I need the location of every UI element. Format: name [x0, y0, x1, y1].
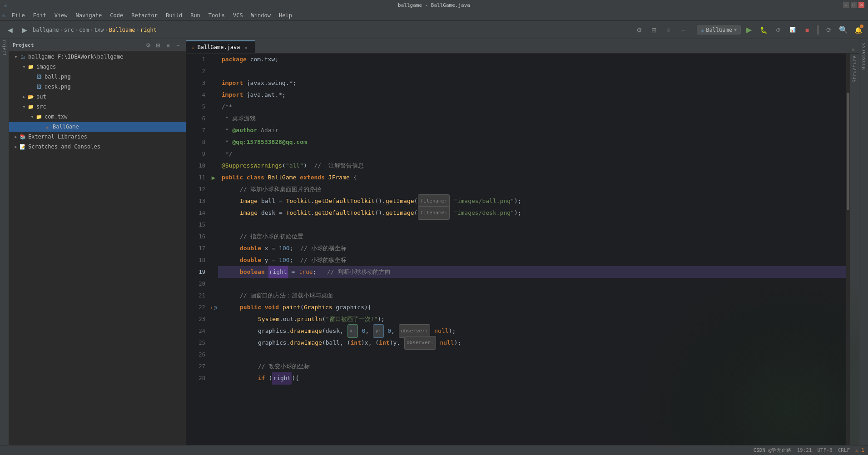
code-line-18[interactable]: double y = 100; // 小球的纵坐标 [218, 254, 846, 266]
breadcrumb-txw[interactable]: txw [94, 27, 104, 33]
tree-item-src[interactable]: ▼ 📁 src [9, 102, 186, 112]
settings-button[interactable]: ⚙ [633, 24, 646, 36]
tree-item-scratches[interactable]: ▶ 📝 Scratches and Consoles [9, 142, 186, 152]
ln-21: 21 [190, 290, 205, 302]
line-col-indicator[interactable]: 19:21 [797, 447, 812, 453]
code-line-3[interactable]: import javax.swing.*; [218, 77, 846, 89]
close-button[interactable]: ✕ [858, 2, 864, 8]
forward-button[interactable]: ▶ [18, 24, 31, 36]
tree-expand-images[interactable]: ▼ [21, 64, 27, 70]
code-line-7[interactable]: * @author Adair [218, 124, 846, 136]
panel-filter-btn[interactable]: ⊞ [154, 41, 162, 49]
code-line-26[interactable] [218, 349, 846, 361]
project-tool-icon[interactable]: Project [1, 43, 8, 50]
code-line-10[interactable]: @SuppressWarnings("all") // 注解警告信息 [218, 160, 846, 172]
menu-tools[interactable]: Tools [205, 11, 228, 20]
menu-build[interactable]: Build [162, 11, 186, 20]
tab-close-button[interactable]: ✕ [243, 44, 249, 50]
layout-button[interactable]: ⊞ [648, 24, 660, 36]
run-button[interactable]: ▶ [743, 24, 755, 36]
menu-file[interactable]: File [8, 11, 29, 20]
code-line-5[interactable]: /** [218, 101, 846, 113]
code-line-15[interactable] [218, 219, 846, 231]
menu-code[interactable]: Code [106, 11, 127, 20]
code-line-24[interactable]: graphics.drawImage(desk, x: 0, y: 0, obs… [218, 325, 846, 337]
code-line-19[interactable]: boolean right = true; // 判断小球移动的方向 [218, 266, 846, 278]
code-editor[interactable]: 1 2 3 4 5 6 7 8 9 10 11 12 13 14 15 16 1… [186, 54, 859, 445]
menu-navigate[interactable]: Navigate [72, 11, 106, 20]
minimize-button[interactable]: − [843, 2, 849, 8]
scrollbar-right[interactable] [846, 54, 850, 445]
code-line-9[interactable]: */ [218, 148, 846, 160]
code-line-13[interactable]: Image ball = Toolkit.getDefaultToolkit()… [218, 195, 846, 207]
code-line-25[interactable]: graphics.drawImage(ball, (int)x, (int)y,… [218, 337, 846, 349]
tree-expand-root[interactable]: ▼ [13, 54, 19, 60]
panel-collapse-btn[interactable]: − [174, 41, 182, 49]
tree-expand-scratches[interactable]: ▶ [13, 143, 19, 150]
options-button[interactable]: ≡ [662, 24, 675, 36]
ln-22: 22 [190, 302, 205, 313]
update-button[interactable]: ⟳ [823, 24, 835, 36]
tree-item-ballgame-java[interactable]: ▶ ☕ BallGame [9, 122, 186, 132]
tree-item-ball-png[interactable]: ▶ 🖼 ball.png [9, 72, 186, 82]
menu-refactor[interactable]: Refactor [128, 11, 161, 20]
code-line-14[interactable]: Image desk = Toolkit.getDefaultToolkit()… [218, 207, 846, 219]
line-separator-indicator[interactable]: CRLF [838, 447, 850, 453]
tree-expand-com[interactable]: ▼ [29, 114, 35, 120]
profile-button[interactable]: ⏱ [772, 24, 784, 36]
breadcrumb-class[interactable]: BallGame [109, 27, 135, 33]
breadcrumb-com[interactable]: com [79, 27, 89, 33]
menu-edit[interactable]: Edit [30, 11, 50, 20]
menu-run[interactable]: Run [187, 11, 204, 20]
tree-item-root[interactable]: ▼ 🗂 ballgame F:\IDEAWork\ballgame [9, 52, 186, 62]
tree-item-images[interactable]: ▼ 📁 images [9, 62, 186, 72]
maximize-button[interactable]: □ [851, 2, 857, 8]
structure-label[interactable]: Structure [851, 54, 858, 84]
gutter-11[interactable]: ▶ [209, 172, 218, 183]
tree-expand-out[interactable]: ▶ [21, 94, 27, 100]
code-line-22[interactable]: public void paint(Graphics graphics){ [218, 302, 846, 313]
code-line-8[interactable]: * @qq:1578533828@qq.com [218, 136, 846, 148]
tree-expand-src[interactable]: ▼ [21, 104, 27, 110]
scrollbar-thumb[interactable] [847, 93, 849, 210]
tree-item-com-txw[interactable]: ▼ 📁 com.txw [9, 112, 186, 122]
editor-settings-btn[interactable]: ≡ [849, 45, 857, 53]
menu-help[interactable]: Help [275, 11, 296, 20]
code-line-11[interactable]: public class BallGame extends JFrame { [218, 172, 846, 183]
code-line-20[interactable] [218, 278, 846, 290]
code-line-17[interactable]: double x = 100; // 小球的横坐标 [218, 242, 846, 254]
code-line-4[interactable]: import java.awt.*; [218, 89, 846, 101]
tree-expand-libs[interactable]: ▶ [13, 134, 19, 140]
panel-options-btn[interactable]: ≡ [164, 41, 172, 49]
search-everywhere-button[interactable]: 🔍 [837, 24, 850, 36]
panel-settings-btn[interactable]: ⚙ [144, 41, 152, 49]
code-line-27[interactable]: // 改变小球的坐标 [218, 361, 846, 372]
run-configuration[interactable]: ☕ BallGame ▼ [697, 25, 741, 35]
bookmarks-label[interactable]: Bookmarks [860, 41, 868, 72]
code-line-23[interactable]: System.out.println("窗口被画了一次!"); [218, 313, 846, 325]
tree-item-external-libs[interactable]: ▶ 📚 External Libraries [9, 132, 186, 142]
code-line-12[interactable]: // 添加小球和桌面图片的路径 [218, 183, 846, 195]
breadcrumb-field[interactable]: right [140, 27, 157, 33]
tree-item-desk-png[interactable]: ▶ 🖼 desk.png [9, 82, 186, 92]
code-line-16[interactable]: // 指定小球的初始位置 [218, 231, 846, 242]
tree-item-out[interactable]: ▶ 📂 out [9, 92, 186, 102]
debug-button[interactable]: 🐛 [757, 24, 770, 36]
code-content[interactable]: package com.txw; import javax.swing.*; i… [218, 54, 846, 445]
code-line-6[interactable]: * 桌球游戏 [218, 113, 846, 124]
code-line-2[interactable] [218, 65, 846, 77]
coverage-button[interactable]: 📊 [786, 24, 799, 36]
stop-button[interactable]: ■ [801, 24, 813, 36]
menu-vcs[interactable]: VCS [229, 11, 247, 20]
back-button[interactable]: ◀ [4, 24, 16, 36]
tab-ballgame-java[interactable]: ☕ BallGame.java ✕ [186, 40, 255, 53]
code-line-21[interactable]: // 画窗口的方法：加载小球与桌面 [218, 290, 846, 302]
code-line-28[interactable]: if (right){ [218, 372, 846, 384]
menu-window[interactable]: Window [248, 11, 274, 20]
breadcrumb-src[interactable]: src [64, 27, 74, 33]
menu-view[interactable]: View [51, 11, 71, 20]
encoding-indicator[interactable]: UTF-8 [818, 447, 833, 453]
breadcrumb-ballgame[interactable]: ballgame [33, 27, 59, 33]
collapse-button[interactable]: − [677, 24, 689, 36]
code-line-1[interactable]: package com.txw; [218, 54, 846, 65]
